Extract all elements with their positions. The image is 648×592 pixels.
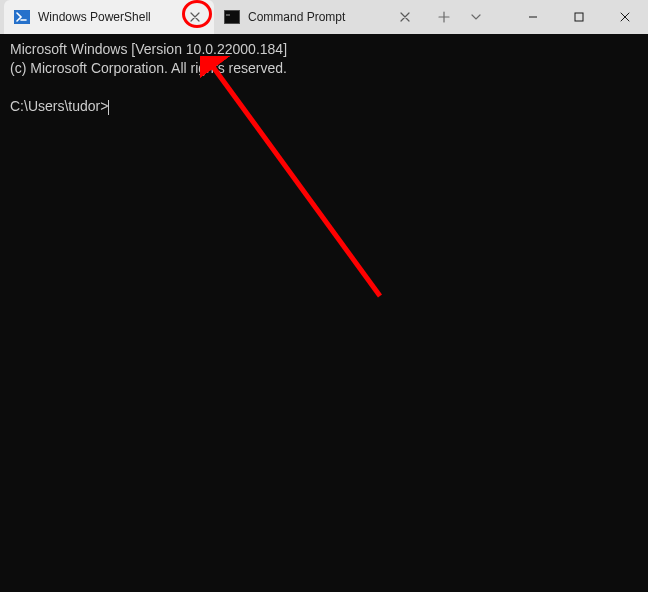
tabs-container: Windows PowerShell Command Prompt	[0, 0, 424, 34]
window-close-button[interactable]	[602, 0, 648, 34]
svg-rect-2	[224, 10, 240, 24]
tab-label: Windows PowerShell	[38, 10, 178, 24]
close-icon	[620, 12, 630, 22]
new-tab-button[interactable]	[430, 3, 458, 31]
maximize-icon	[574, 12, 584, 22]
terminal-output: Microsoft Windows [Version 10.0.22000.18…	[10, 40, 287, 116]
svg-rect-4	[575, 13, 583, 21]
tab-dropdown-button[interactable]	[462, 3, 490, 31]
titlebar-drag-region[interactable]	[496, 0, 510, 34]
terminal-line: Microsoft Windows [Version 10.0.22000.18…	[10, 41, 287, 57]
terminal-line: (c) Microsoft Corporation. All rights re…	[10, 60, 287, 76]
tab-close-button[interactable]	[186, 8, 204, 26]
minimize-button[interactable]	[510, 0, 556, 34]
close-icon	[400, 12, 410, 22]
terminal-prompt: C:\Users\tudor>	[10, 98, 108, 114]
tab-toolbar	[424, 0, 496, 34]
terminal-cursor	[108, 100, 109, 115]
powershell-icon	[14, 9, 30, 25]
plus-icon	[438, 11, 450, 23]
tab-label: Command Prompt	[248, 10, 388, 24]
tab-close-button[interactable]	[396, 8, 414, 26]
terminal-window: Windows PowerShell Command Prompt	[0, 0, 648, 592]
chevron-down-icon	[470, 11, 482, 23]
tab-command-prompt[interactable]: Command Prompt	[214, 0, 424, 34]
maximize-button[interactable]	[556, 0, 602, 34]
cmd-icon	[224, 9, 240, 25]
terminal-content-area[interactable]: Microsoft Windows [Version 10.0.22000.18…	[0, 34, 648, 592]
close-icon	[190, 12, 200, 22]
tab-powershell[interactable]: Windows PowerShell	[4, 0, 214, 34]
minimize-icon	[528, 12, 538, 22]
titlebar: Windows PowerShell Command Prompt	[0, 0, 648, 34]
window-controls	[510, 0, 648, 34]
